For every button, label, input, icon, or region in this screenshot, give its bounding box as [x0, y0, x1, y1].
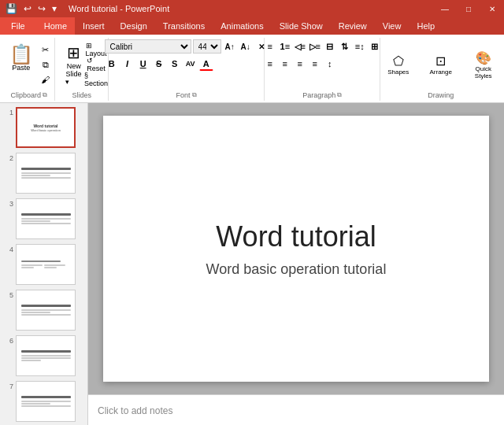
- font-size-select[interactable]: 44: [193, 39, 221, 54]
- layout-button[interactable]: ⊞ Layout: [89, 42, 103, 57]
- menu-insert[interactable]: Insert: [75, 17, 113, 35]
- ribbon-content: 📋 Paste ✂ ⧉ 🖌 Clipboard ⧉ ⊞: [0, 36, 504, 102]
- slide-thumb-5[interactable]: 5: [3, 289, 84, 331]
- slide-subtitle: Word basic operation tutorial: [206, 261, 387, 278]
- font-color-button[interactable]: A: [199, 57, 213, 71]
- shapes-button[interactable]: ⬠ Shapes: [379, 45, 418, 84]
- shadow-button[interactable]: S: [168, 57, 182, 71]
- slide-num-2: 2: [4, 153, 13, 162]
- align-text-button[interactable]: ≡↕: [353, 39, 367, 54]
- arrange-button[interactable]: ⊡ Arrange: [421, 45, 461, 84]
- text-direction-button[interactable]: ⇅: [338, 39, 352, 54]
- arrange-icon: ⊡: [435, 54, 446, 68]
- clipboard-expand-icon[interactable]: ⧉: [43, 91, 47, 99]
- bullets-button[interactable]: ≡: [263, 39, 277, 54]
- paste-icon: 📋: [9, 45, 33, 64]
- clipboard-label: Clipboard ⧉: [10, 90, 47, 99]
- section-button[interactable]: § Section: [89, 72, 103, 87]
- drawing-buttons: ⬠ Shapes ⊡ Arrange 🎨 QuickStyles: [379, 39, 503, 90]
- customize-qa-button[interactable]: ▾: [50, 2, 59, 16]
- notes-area[interactable]: Click to add notes: [88, 394, 504, 425]
- menu-home[interactable]: Home: [36, 17, 75, 35]
- slide-thumb-2[interactable]: 2: [3, 152, 84, 194]
- underline-button[interactable]: U: [136, 57, 150, 71]
- format-painter-button[interactable]: 🖌: [39, 72, 53, 87]
- slides-label: Slides: [72, 90, 91, 99]
- bold-button[interactable]: B: [105, 57, 119, 71]
- columns-button[interactable]: ⊟: [323, 39, 337, 54]
- font-row-2: B I U S S AV A: [105, 57, 269, 71]
- slide-image-1: Word tutorial Word basic operation: [16, 107, 76, 148]
- save-qa-button[interactable]: 💾: [3, 2, 20, 16]
- font-name-select[interactable]: Calibri: [105, 39, 191, 54]
- arrange-label: Arrange: [430, 68, 452, 76]
- menu-review[interactable]: Review: [331, 17, 375, 35]
- quick-styles-label: QuickStyles: [475, 65, 492, 79]
- slide-thumb-3[interactable]: 3: [3, 198, 84, 240]
- slide-canvas[interactable]: Word tutorial Word basic operation tutor…: [103, 116, 489, 382]
- new-slide-icon: ⊞: [67, 43, 80, 62]
- redo-qa-button[interactable]: ↪: [35, 2, 48, 16]
- justify-button[interactable]: ≡: [308, 57, 322, 71]
- para-row-1: ≡ 1≡ ◁≡ ▷≡ ⊟ ⇅ ≡↕ ⊞: [263, 39, 382, 54]
- line-spacing-button[interactable]: ↕: [323, 57, 337, 71]
- new-slide-button[interactable]: ⊞ New Slide ▾: [60, 39, 87, 90]
- quick-access-toolbar: 💾 ↩ ↪ ▾: [0, 0, 62, 17]
- cut-button[interactable]: ✂: [39, 42, 53, 57]
- clipboard-content: 📋 Paste ✂ ⧉ 🖌: [6, 42, 53, 87]
- menu-help[interactable]: Help: [409, 17, 443, 35]
- drawing-label: Drawing: [428, 90, 454, 99]
- menu-view[interactable]: View: [375, 17, 410, 35]
- increase-indent-button[interactable]: ▷≡: [308, 39, 322, 54]
- char-spacing-button[interactable]: AV: [183, 57, 198, 71]
- slide-thumb-6[interactable]: 6: [3, 334, 84, 377]
- slide-image-2: [16, 153, 76, 194]
- clipboard-buttons: 📋 Paste ✂ ⧉ 🖌: [6, 39, 53, 90]
- maximize-button[interactable]: □: [457, 0, 480, 17]
- quick-styles-button[interactable]: 🎨 QuickStyles: [464, 45, 503, 84]
- slide-thumb-1[interactable]: 1 Word tutorial Word basic operation: [3, 106, 84, 149]
- decrease-indent-button[interactable]: ◁≡: [293, 39, 307, 54]
- decrease-font-button[interactable]: A↓: [239, 39, 253, 54]
- reset-button[interactable]: ↺ Reset: [89, 57, 103, 72]
- ribbon-group-slides: ⊞ New Slide ▾ ⊞ Layout ↺ Reset § Section…: [55, 38, 109, 101]
- menu-animations[interactable]: Animations: [213, 17, 271, 35]
- numbering-button[interactable]: 1≡: [278, 39, 292, 54]
- paste-button[interactable]: 📋 Paste: [6, 42, 37, 87]
- paragraph-expand-icon[interactable]: ⧉: [337, 91, 342, 99]
- para-row-2: ≡ ≡ ≡ ≡ ↕: [263, 57, 382, 71]
- slide-num-6: 6: [4, 335, 13, 345]
- font-row-1: Calibri 44 A↑ A↓ ✕: [105, 39, 269, 54]
- undo-qa-button[interactable]: ↩: [21, 2, 34, 16]
- slide-thumb-7[interactable]: 7: [3, 380, 84, 423]
- paragraph-label: Paragraph ⧉: [302, 90, 342, 99]
- slide-image-7: [16, 381, 76, 422]
- shapes-label: Shapes: [387, 68, 409, 76]
- canvas-area: Word tutorial Word basic operation tutor…: [88, 103, 504, 425]
- minimize-button[interactable]: —: [433, 0, 457, 17]
- align-right-button[interactable]: ≡: [293, 57, 307, 71]
- menu-design[interactable]: Design: [113, 17, 155, 35]
- strikethrough-button[interactable]: S: [152, 57, 166, 71]
- align-center-button[interactable]: ≡: [278, 57, 292, 71]
- slide-title: Word tutorial: [216, 220, 376, 253]
- slide-image-4: [16, 244, 76, 285]
- slide-image-6: [16, 335, 76, 376]
- menu-bar: File Home Insert Design Transitions Anim…: [0, 17, 504, 35]
- slide-image-5: [16, 290, 76, 331]
- ribbon-group-drawing: ⬠ Shapes ⊡ Arrange 🎨 QuickStyles Drawing: [380, 38, 501, 101]
- menu-slideshow[interactable]: Slide Show: [272, 17, 331, 35]
- increase-font-button[interactable]: A↑: [223, 39, 237, 54]
- align-left-button[interactable]: ≡: [263, 57, 277, 71]
- font-expand-icon[interactable]: ⧉: [192, 91, 197, 99]
- slide-num-1: 1: [4, 107, 13, 116]
- italic-button[interactable]: I: [120, 57, 135, 71]
- title-bar: 💾 ↩ ↪ ▾ Word tutorial - PowerPoint — □ ✕: [0, 0, 504, 17]
- copy-button[interactable]: ⧉: [39, 57, 53, 72]
- slide-num-7: 7: [4, 381, 13, 390]
- main-area: 1 Word tutorial Word basic operation 2: [0, 103, 504, 425]
- close-button[interactable]: ✕: [480, 0, 504, 17]
- menu-file[interactable]: File: [0, 17, 36, 35]
- menu-transitions[interactable]: Transitions: [155, 17, 213, 35]
- slide-thumb-4[interactable]: 4: [3, 243, 84, 286]
